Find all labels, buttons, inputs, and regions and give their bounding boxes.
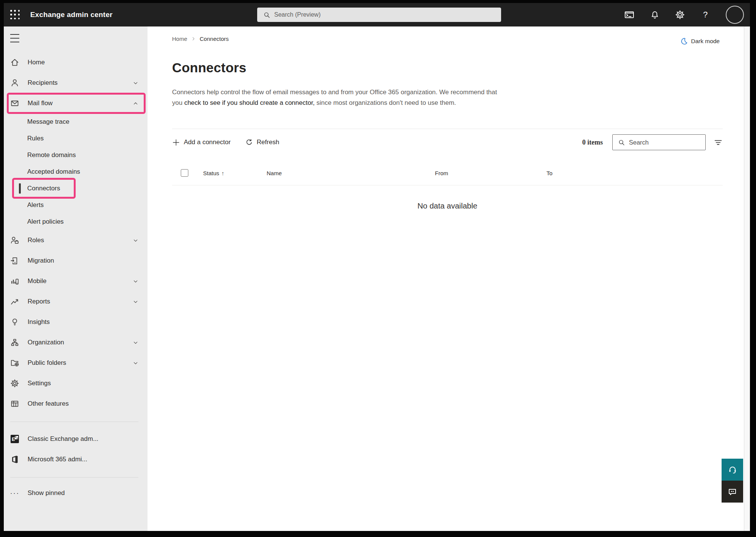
- sidebar-item-alert-policies[interactable]: Alert policies: [4, 213, 147, 230]
- reports-icon: [10, 297, 19, 306]
- gear-icon: [10, 379, 19, 388]
- mobile-icon: [10, 277, 19, 286]
- global-search-input[interactable]: [274, 11, 478, 18]
- main-content: Home Connectors Dark mode Connectors Con…: [147, 26, 744, 531]
- sidebar-item-reports[interactable]: Reports: [4, 291, 147, 312]
- org-chart-icon: [10, 338, 19, 347]
- dark-mode-label: Dark mode: [691, 38, 720, 45]
- create-connector-check-link[interactable]: check to see if you should create a conn…: [184, 99, 315, 106]
- refresh-icon: [245, 139, 253, 146]
- add-connector-button[interactable]: Add a connector: [172, 139, 231, 146]
- sidebar-item-home[interactable]: Home: [4, 52, 147, 73]
- scrollbar-track[interactable]: [744, 26, 750, 531]
- feedback-button[interactable]: [722, 481, 743, 503]
- sidebar-item-connectors[interactable]: Connectors: [4, 180, 147, 197]
- sidebar-item-label: Home: [28, 59, 45, 66]
- column-header-to[interactable]: To: [546, 170, 723, 176]
- sidebar-item-roles[interactable]: Roles: [4, 230, 147, 251]
- chevron-down-icon: [133, 279, 138, 284]
- classic-exchange-icon: E: [10, 434, 19, 444]
- sidebar-item-alerts[interactable]: Alerts: [4, 197, 147, 213]
- topbar-icons: ?: [624, 3, 744, 26]
- app-title: Exchange admin center: [30, 11, 113, 19]
- column-header-status[interactable]: Status ↑: [203, 170, 267, 176]
- sidebar-item-show-pinned[interactable]: ··· Show pinned: [4, 484, 147, 502]
- ellipsis-icon: ···: [10, 489, 19, 498]
- column-header-from[interactable]: From: [435, 170, 546, 176]
- cloud-shell-icon[interactable]: [624, 10, 634, 20]
- sidebar-item-settings[interactable]: Settings: [4, 373, 147, 394]
- table-header: Status ↑ Name From To: [172, 161, 723, 185]
- moon-icon: [680, 37, 688, 45]
- table-header-divider: [172, 185, 723, 185]
- sidebar-item-message-trace[interactable]: Message trace: [4, 114, 147, 130]
- chevron-right-icon: [191, 36, 196, 41]
- person-icon: [10, 78, 19, 87]
- select-all-checkbox[interactable]: [181, 169, 188, 177]
- lightbulb-icon: [10, 318, 19, 327]
- empty-table-message: No data available: [172, 201, 723, 210]
- sidebar-divider: [10, 422, 138, 422]
- sidebar-item-microsoft-365[interactable]: Microsoft 365 admi...: [4, 449, 147, 470]
- sidebar-item-public-folders[interactable]: Public folders: [4, 353, 147, 373]
- headset-icon: [728, 465, 737, 475]
- sidebar-item-classic-exchange[interactable]: E Classic Exchange adm...: [4, 429, 147, 449]
- sidebar-item-mail-flow[interactable]: Mail flow: [4, 93, 147, 114]
- settings-gear-icon[interactable]: [675, 10, 685, 20]
- chevron-down-icon: [133, 299, 138, 305]
- floating-action-buttons: [722, 459, 743, 503]
- chevron-down-icon: [133, 238, 138, 243]
- sidebar-item-label: Recipients: [28, 79, 57, 87]
- account-avatar[interactable]: [726, 6, 744, 24]
- app-launcher-waffle-icon[interactable]: [9, 9, 21, 20]
- chevron-down-icon: [133, 360, 138, 366]
- chevron-down-icon: [133, 80, 138, 86]
- notifications-bell-icon[interactable]: [650, 10, 660, 20]
- list-search-input[interactable]: [629, 139, 695, 146]
- sidebar-item-insights[interactable]: Insights: [4, 312, 147, 332]
- chevron-down-icon: [133, 340, 138, 346]
- migration-icon: [10, 256, 19, 265]
- list-search-box[interactable]: [612, 134, 706, 150]
- toolbar: Add a connector Refresh 0 items: [172, 129, 723, 156]
- search-icon: [263, 11, 270, 19]
- sidebar-nav: Home Recipients Mail flow Message trace …: [4, 26, 147, 531]
- sidebar-item-migration[interactable]: Migration: [4, 251, 147, 271]
- help-question-icon[interactable]: ?: [700, 10, 710, 20]
- global-search-box[interactable]: [257, 8, 501, 22]
- microsoft-365-icon: [10, 455, 19, 464]
- sidebar-item-mobile[interactable]: Mobile: [4, 271, 147, 291]
- home-icon: [10, 58, 19, 67]
- table-grid-icon: [10, 399, 19, 408]
- roles-icon: [10, 236, 19, 245]
- sidebar-item-label: Mail flow: [28, 100, 53, 107]
- topbar: Exchange admin center ?: [4, 3, 750, 26]
- sidebar-item-other-features[interactable]: Other features: [4, 394, 147, 414]
- plus-icon: [172, 139, 180, 146]
- breadcrumb-current: Connectors: [200, 36, 229, 42]
- sidebar-item-rules[interactable]: Rules: [4, 130, 147, 147]
- sidebar-divider: [10, 477, 138, 478]
- page-description: Connectors help control the flow of emai…: [172, 87, 497, 108]
- search-icon: [618, 139, 625, 146]
- sort-ascending-icon: ↑: [222, 170, 225, 176]
- sidebar-item-recipients[interactable]: Recipients: [4, 73, 147, 93]
- breadcrumb-home-link[interactable]: Home: [172, 36, 187, 42]
- feedback-bubble-icon: [728, 487, 737, 497]
- filter-icon[interactable]: [714, 138, 723, 147]
- sidebar-item-organization[interactable]: Organization: [4, 332, 147, 353]
- dark-mode-toggle[interactable]: Dark mode: [680, 37, 720, 45]
- column-header-name[interactable]: Name: [267, 170, 435, 176]
- chevron-up-icon: [133, 101, 138, 106]
- hamburger-menu-icon[interactable]: [10, 34, 19, 42]
- page-title: Connectors: [172, 60, 723, 75]
- help-support-button[interactable]: [722, 459, 743, 481]
- mail-icon: [10, 99, 19, 108]
- breadcrumb: Home Connectors: [172, 36, 723, 42]
- app-window: Exchange admin center ? Home: [0, 0, 756, 537]
- selected-indicator: [19, 184, 21, 194]
- refresh-button[interactable]: Refresh: [245, 139, 279, 146]
- folder-globe-icon: [10, 358, 19, 367]
- sidebar-item-remote-domains[interactable]: Remote domains: [4, 147, 147, 163]
- sidebar-item-accepted-domains[interactable]: Accepted domains: [4, 163, 147, 180]
